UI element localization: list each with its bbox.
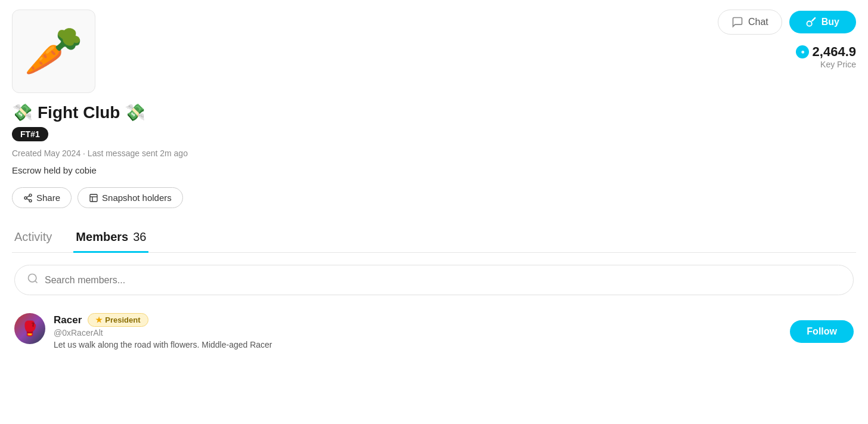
svg-point-1 [24, 197, 27, 199]
svg-point-0 [29, 194, 32, 196]
top-right-buttons: Chat Buy [718, 10, 856, 35]
snapshot-button-label: Snapshot holders [102, 193, 172, 203]
search-container [12, 265, 856, 295]
share-icon [23, 193, 33, 203]
tab-members[interactable]: Members 36 [73, 223, 148, 253]
search-wrapper [14, 265, 854, 295]
search-input[interactable] [45, 275, 841, 286]
club-name-prefix-emoji: 💸 [12, 103, 33, 122]
snapshot-icon [89, 193, 98, 203]
svg-point-11 [29, 274, 36, 282]
svg-point-2 [29, 199, 32, 202]
president-badge-label: President [105, 315, 140, 324]
tab-activity-label: Activity [14, 230, 52, 244]
share-button-label: Share [36, 193, 60, 203]
chat-button[interactable]: Chat [718, 10, 782, 35]
tab-activity[interactable]: Activity [12, 223, 54, 253]
member-info: Racer ★ President @0xRacerAlt Let us wal… [54, 313, 272, 349]
member-name: Racer [54, 314, 82, 326]
action-buttons-row: Share Snapshot holders [12, 187, 188, 208]
chat-button-label: Chat [748, 17, 768, 27]
snapshot-button[interactable]: Snapshot holders [78, 187, 183, 208]
price-currency-icon: ◉ [796, 45, 809, 58]
club-avatar: 🥕 [12, 10, 95, 93]
chat-icon [731, 16, 743, 28]
tab-members-label: Members [76, 230, 128, 244]
buy-button[interactable]: Buy [789, 11, 856, 33]
star-icon: ★ [95, 315, 103, 324]
escrow-text: Escrow held by cobie [12, 165, 188, 175]
club-tag: FT#1 [12, 127, 48, 141]
price-number: 2,464.9 [813, 44, 856, 60]
svg-line-4 [27, 196, 30, 197]
president-badge: ★ President [88, 313, 148, 327]
follow-button[interactable]: Follow [790, 320, 854, 343]
right-section: Chat Buy [718, 10, 856, 69]
svg-rect-5 [90, 194, 97, 202]
member-name-row: Racer ★ President [54, 313, 272, 327]
tab-members-count: 36 [133, 230, 146, 244]
search-icon [27, 273, 39, 287]
table-row: 🥊 Racer ★ President @0xRacerAlt Let us w… [12, 305, 856, 358]
price-label: Key Price [820, 60, 856, 69]
buy-button-label: Buy [822, 17, 839, 27]
share-button[interactable]: Share [12, 187, 72, 208]
svg-line-3 [27, 199, 30, 200]
club-name-text: Fight Club [38, 103, 120, 122]
club-title: 💸 Fight Club 💸 [12, 103, 188, 122]
tabs-section: Activity Members 36 [12, 222, 856, 253]
price-value: ◉ 2,464.9 [796, 44, 856, 60]
members-list: 🥊 Racer ★ President @0xRacerAlt Let us w… [12, 305, 856, 358]
club-name-suffix-emoji: 💸 [125, 103, 145, 122]
member-handle: @0xRacerAlt [54, 328, 272, 338]
svg-point-8 [807, 21, 811, 26]
key-price-section: ◉ 2,464.9 Key Price [796, 44, 856, 69]
avatar: 🥊 [14, 313, 45, 344]
club-meta: Created May 2024 · Last message sent 2m … [12, 148, 188, 158]
member-left: 🥊 Racer ★ President @0xRacerAlt Let us w… [14, 313, 272, 349]
member-bio: Let us walk along the road with flowers.… [54, 340, 272, 349]
key-icon [806, 17, 817, 27]
